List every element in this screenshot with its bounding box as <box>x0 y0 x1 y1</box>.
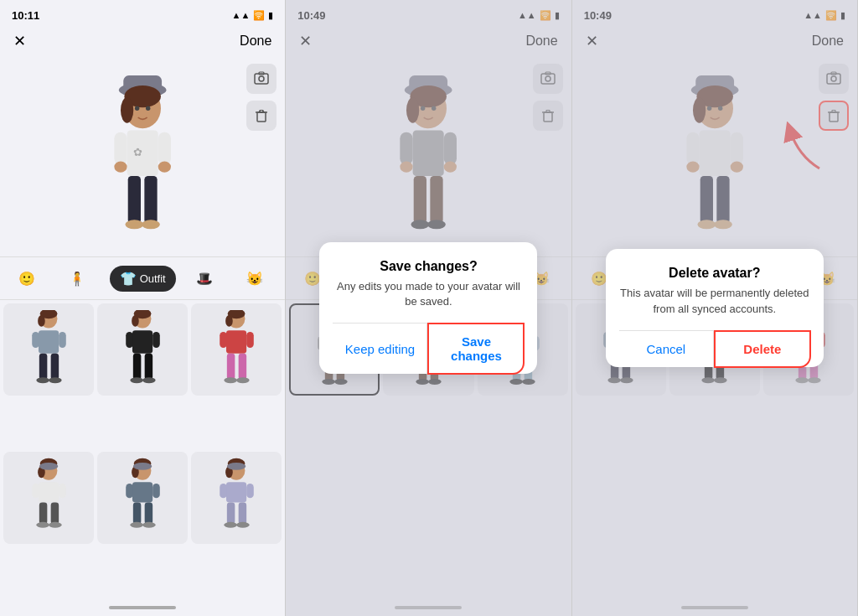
save-changes-button[interactable]: Save changes <box>427 323 525 375</box>
hat-tab-icon: 🎩 <box>196 271 213 287</box>
outfit-cell-1-4[interactable] <box>3 452 94 544</box>
svg-rect-83 <box>220 484 227 498</box>
svg-rect-73 <box>152 484 160 498</box>
outfit-cell-1-1[interactable] <box>3 303 94 396</box>
dialog-body-3: This avatar will be permanently deleted … <box>619 286 810 316</box>
svg-rect-0 <box>255 74 268 84</box>
svg-point-48 <box>225 315 233 327</box>
outfit-figure-1-4 <box>26 458 72 537</box>
avatar-area-1: ✿ <box>0 55 285 256</box>
tab-style-1[interactable]: 😺 <box>236 266 277 292</box>
svg-rect-31 <box>59 331 66 347</box>
side-buttons-1 <box>246 64 277 131</box>
svg-point-25 <box>142 220 160 229</box>
tab-outfit-1[interactable]: 👕 Outfit <box>110 266 176 292</box>
svg-rect-74 <box>132 503 141 525</box>
dialog-title-2: Save changes? <box>333 259 524 274</box>
svg-rect-62 <box>59 484 66 498</box>
done-button-1[interactable]: Done <box>240 34 271 49</box>
tab-body-1[interactable]: 🧍 <box>59 266 99 292</box>
svg-point-77 <box>142 522 156 528</box>
svg-rect-61 <box>32 484 39 498</box>
svg-rect-53 <box>238 353 246 379</box>
signal-icon: ▲▲ <box>232 10 251 20</box>
svg-rect-86 <box>238 503 246 525</box>
photo-icon-btn-1[interactable] <box>246 64 277 94</box>
svg-rect-3 <box>257 112 266 122</box>
svg-point-45 <box>142 377 156 383</box>
outfit-cell-1-6[interactable] <box>191 452 282 544</box>
svg-point-87 <box>224 522 237 528</box>
svg-point-54 <box>224 377 237 383</box>
keep-editing-button[interactable]: Keep editing <box>333 324 427 374</box>
svg-point-15 <box>146 106 150 111</box>
panel-2: 10:49 ▲▲ 🛜 ▮ ✕ Done <box>286 0 571 616</box>
home-indicator-1 <box>0 599 285 616</box>
body-tab-icon: 🧍 <box>69 271 85 287</box>
outfit-cell-1-5[interactable] <box>97 452 188 544</box>
svg-rect-64 <box>50 503 59 525</box>
outfit-figure-1-1 <box>26 310 72 390</box>
outfit-figure-1-3 <box>214 310 260 390</box>
dialog-title-3: Delete avatar? <box>619 266 810 281</box>
outfit-grid-1 <box>0 300 285 599</box>
save-dialog: Save changes? Any edits you made to your… <box>319 242 537 374</box>
trash-icon <box>254 108 269 123</box>
delete-dialog: Delete avatar? This avatar will be perma… <box>606 249 824 366</box>
svg-point-88 <box>236 522 250 528</box>
outfit-cell-1-3[interactable] <box>191 303 282 396</box>
svg-point-13 <box>121 97 133 123</box>
close-button-1[interactable]: ✕ <box>13 32 26 50</box>
svg-point-28 <box>38 315 45 327</box>
outfit-cell-1-2[interactable] <box>97 303 188 396</box>
tab-hat-1[interactable]: 🎩 <box>186 266 226 292</box>
dialog-overlay-2: Save changes? Any edits you made to your… <box>286 0 571 616</box>
outfit-figure-1-5 <box>120 458 166 537</box>
photo-icon <box>254 71 269 86</box>
svg-rect-71 <box>132 482 152 502</box>
tab-bar-1: 🙂 🧍 👕 Outfit 🎩 😺 <box>0 256 285 300</box>
svg-point-70 <box>132 463 151 470</box>
svg-rect-82 <box>226 482 246 502</box>
status-icons-1: ▲▲ 🛜 ▮ <box>232 10 274 21</box>
svg-rect-33 <box>50 353 59 379</box>
cancel-button[interactable]: Cancel <box>619 331 714 367</box>
panel-1: 10:11 ▲▲ 🛜 ▮ ✕ Done <box>0 0 286 616</box>
svg-rect-50 <box>220 331 227 347</box>
svg-point-66 <box>49 522 62 528</box>
svg-rect-30 <box>32 331 39 347</box>
status-time-1: 10:11 <box>12 9 39 22</box>
svg-rect-39 <box>132 330 152 354</box>
svg-rect-32 <box>39 353 47 379</box>
tab-face-1[interactable]: 🙂 <box>8 266 49 292</box>
svg-point-65 <box>36 522 49 528</box>
avatar-figure-1: ✿ <box>0 55 285 256</box>
svg-rect-84 <box>246 484 254 498</box>
svg-rect-63 <box>39 503 47 525</box>
svg-rect-18 <box>114 132 127 165</box>
svg-point-14 <box>135 106 139 111</box>
svg-point-81 <box>227 463 246 470</box>
svg-rect-23 <box>144 176 157 224</box>
dialog-actions-2: Keep editing Save changes <box>333 323 524 374</box>
svg-rect-72 <box>126 484 133 498</box>
svg-point-21 <box>158 162 171 173</box>
svg-point-55 <box>236 377 250 383</box>
svg-rect-60 <box>39 482 59 502</box>
delete-button[interactable]: Delete <box>714 330 811 368</box>
home-bar-1 <box>109 606 176 609</box>
trash-icon-btn-1[interactable] <box>246 101 277 131</box>
panel-3: 10:49 ▲▲ 🛜 ▮ ✕ Done <box>572 0 858 616</box>
svg-point-76 <box>130 522 143 528</box>
svg-rect-43 <box>144 353 152 379</box>
svg-rect-41 <box>152 331 160 347</box>
dialog-overlay-3: Delete avatar? This avatar will be perma… <box>572 0 857 616</box>
face-tab-icon: 🙂 <box>18 271 35 287</box>
svg-point-1 <box>259 76 264 81</box>
svg-rect-19 <box>158 132 171 165</box>
top-nav-1: ✕ Done <box>0 27 285 55</box>
battery-icon: ▮ <box>268 10 273 21</box>
svg-point-34 <box>36 377 49 383</box>
svg-rect-29 <box>39 330 59 354</box>
svg-point-20 <box>114 162 127 173</box>
